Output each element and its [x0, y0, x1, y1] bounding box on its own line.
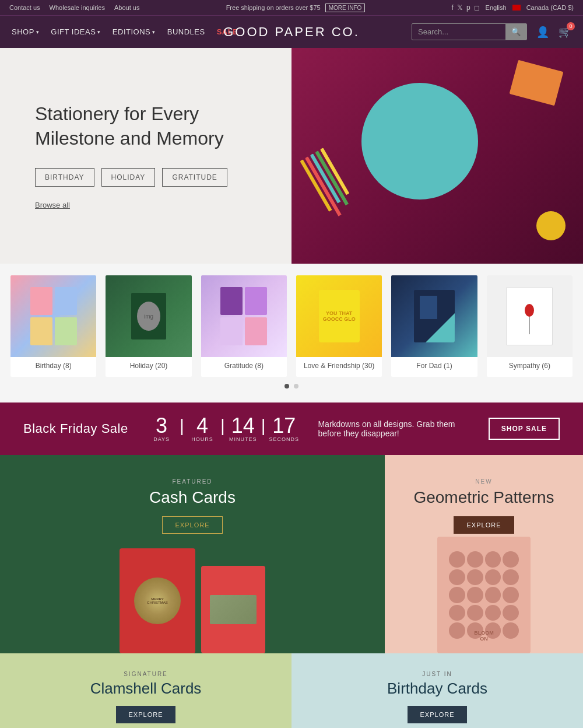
cash-cards-image: MERRYCHRISTMAS — [120, 548, 265, 653]
product-img-dad — [391, 275, 477, 357]
dot-2[interactable] — [294, 384, 298, 388]
bf-message: Markdowns on all designs. Grab them befo… — [318, 419, 469, 438]
main-nav: SHOP ▾ GIFT IDEAS ▾ EDITIONS ▾ BUNDLES S… — [0, 15, 583, 48]
product-card-gratitude[interactable]: Gratitude (8) — [201, 275, 287, 377]
bf-hours-label: HOURS — [191, 436, 213, 442]
nav-right: 🔍 👤 🛒 0 — [412, 23, 571, 40]
product-label-birthday: Birthday (8) — [10, 357, 96, 377]
product-card-sympathy[interactable]: Sympathy (6) — [487, 275, 573, 377]
browse-all-link[interactable]: Browse all — [35, 201, 70, 209]
product-card-dad[interactable]: For Dad (1) — [391, 275, 477, 377]
bf-days-label: DAYS — [153, 436, 170, 442]
pagination-dots — [6, 377, 577, 391]
cash-cards-title: Cash Cards — [149, 488, 236, 507]
cart-wrapper: 🛒 0 — [559, 26, 571, 38]
nav-editions[interactable]: EDITIONS ▾ — [113, 27, 156, 36]
about-link[interactable]: About us — [114, 4, 139, 11]
bf-hours-number: 4 — [196, 415, 208, 436]
product-label-love: Love & Friendship (30) — [296, 357, 382, 377]
hero-right — [292, 48, 583, 264]
clamshell-section: SIGNATURE Clamshell Cards EXPLORE — [0, 653, 292, 728]
featured-tag: FEATURED — [172, 478, 212, 485]
product-grid: Birthday (8) img Holiday (20) Gratitude — [6, 275, 577, 377]
bf-countdown: 3 DAYS | 4 HOURS | 14 MINUTES | 17 SECON… — [147, 415, 299, 442]
clamshell-title: Clamshell Cards — [90, 680, 202, 698]
product-img-love: YOU THAT GOOCC GLO — [296, 275, 382, 357]
clamshell-explore-button[interactable]: EXPLORE — [116, 706, 176, 723]
bf-sep-1: | — [180, 417, 184, 440]
sympathy-card-preview — [506, 287, 553, 345]
search-button[interactable]: 🔍 — [505, 24, 526, 40]
contact-us-link[interactable]: Contact us — [9, 4, 40, 11]
language-selector[interactable]: English — [486, 4, 507, 11]
gratitude-button[interactable]: GRATITUDE — [162, 168, 227, 187]
teal-circle-decoration — [361, 83, 478, 200]
benjamin-illustration: MERRYCHRISTMAS — [134, 578, 181, 624]
feature-row: FEATURED Cash Cards EXPLORE MERRYCHRISTM… — [0, 455, 583, 653]
birthday-cards-explore-button[interactable]: EXPLORE — [408, 706, 468, 723]
product-label-dad: For Dad (1) — [391, 357, 477, 377]
geo-pattern — [449, 551, 519, 639]
pinterest-icon[interactable]: p — [466, 4, 470, 12]
birthday-cards-section: JUST IN Birthday Cards EXPLORE — [292, 653, 583, 728]
bf-shop-button[interactable]: SHOP SALE — [489, 418, 560, 440]
twitter-icon[interactable]: 𝕏 — [457, 4, 463, 12]
currency-selector[interactable]: Canada (CAD $) — [526, 4, 574, 11]
site-logo[interactable]: GOOD PAPER CO. — [223, 24, 360, 40]
dollar-strip — [210, 595, 257, 624]
editions-chevron-icon: ▾ — [152, 29, 156, 35]
gift-ideas-chevron-icon: ▾ — [97, 29, 101, 35]
holiday-button[interactable]: HOLIDAY — [101, 168, 156, 187]
geometric-card-image: BLOOMON — [437, 537, 531, 653]
black-friday-banner: Black Friday Sale 3 DAYS | 4 HOURS | 14 … — [0, 402, 583, 455]
top-bar-right: f 𝕏 p ◻ English Canada (CAD $) — [452, 4, 574, 12]
hero-section: Stationery for Every Milestone and Memor… — [0, 48, 583, 264]
dot-1[interactable] — [285, 384, 289, 388]
pencil-decoration — [300, 148, 356, 219]
nav-bundles[interactable]: BUNDLES — [167, 27, 205, 36]
product-img-gratitude — [201, 275, 287, 357]
product-img-holiday: img — [106, 275, 191, 357]
nav-gift-ideas[interactable]: GIFT IDEAS ▾ — [51, 27, 101, 36]
product-img-birthday — [10, 275, 96, 357]
shipping-text: Free shipping on orders over $75 — [226, 4, 321, 11]
more-info-button[interactable]: MORE INFO — [325, 4, 366, 12]
bf-title: Black Friday Sale — [23, 421, 128, 436]
geometric-explore-button[interactable]: EXPLORE — [454, 516, 515, 534]
top-bar: Contact us Wholesale inquiries About us … — [0, 0, 583, 15]
geometric-patterns-section: NEW Geometric Patterns EXPLORE BLOOMON — [385, 455, 583, 653]
bf-minutes-number: 14 — [231, 415, 255, 436]
bf-days-number: 3 — [156, 415, 167, 436]
birthday-cards-tag: JUST IN — [422, 671, 452, 677]
new-tag: NEW — [475, 478, 492, 485]
bf-seconds-label: SECONDS — [269, 436, 300, 442]
search-input[interactable] — [412, 24, 505, 39]
bf-minutes-label: MINUTES — [229, 436, 257, 442]
flag-icon — [512, 5, 521, 10]
bf-sep-3: | — [261, 417, 266, 440]
instagram-icon[interactable]: ◻ — [474, 4, 480, 12]
cash-cards-section: FEATURED Cash Cards EXPLORE MERRYCHRISTM… — [0, 455, 385, 653]
nav-shop[interactable]: SHOP ▾ — [12, 27, 39, 36]
facebook-icon[interactable]: f — [452, 4, 454, 12]
wholesale-link[interactable]: Wholesale inquiries — [50, 4, 105, 11]
cart-badge: 0 — [567, 22, 575, 30]
geometric-title: Geometric Patterns — [413, 488, 554, 507]
bf-seconds-number: 17 — [272, 415, 296, 436]
hero-left: Stationery for Every Milestone and Memor… — [0, 48, 292, 264]
geo-card: BLOOMON — [437, 537, 531, 653]
product-card-holiday[interactable]: img Holiday (20) — [106, 275, 191, 377]
shipping-info: Free shipping on orders over $75 MORE IN… — [226, 4, 366, 12]
bf-seconds: 17 SECONDS — [269, 415, 300, 442]
top-bar-links: Contact us Wholesale inquiries About us — [9, 4, 139, 11]
shop-chevron-icon: ▾ — [36, 29, 40, 35]
cash-cards-explore-button[interactable]: EXPLORE — [162, 516, 223, 534]
account-icon[interactable]: 👤 — [536, 26, 549, 38]
red-card-big: MERRYCHRISTMAS — [120, 548, 195, 653]
product-label-holiday: Holiday (20) — [106, 357, 191, 377]
product-card-love[interactable]: YOU THAT GOOCC GLO Love & Friendship (30… — [296, 275, 382, 377]
product-card-birthday[interactable]: Birthday (8) — [10, 275, 96, 377]
birthday-button[interactable]: BIRTHDAY — [35, 168, 94, 187]
yellow-flower-decoration — [536, 211, 566, 240]
orange-card-decoration — [510, 60, 564, 106]
